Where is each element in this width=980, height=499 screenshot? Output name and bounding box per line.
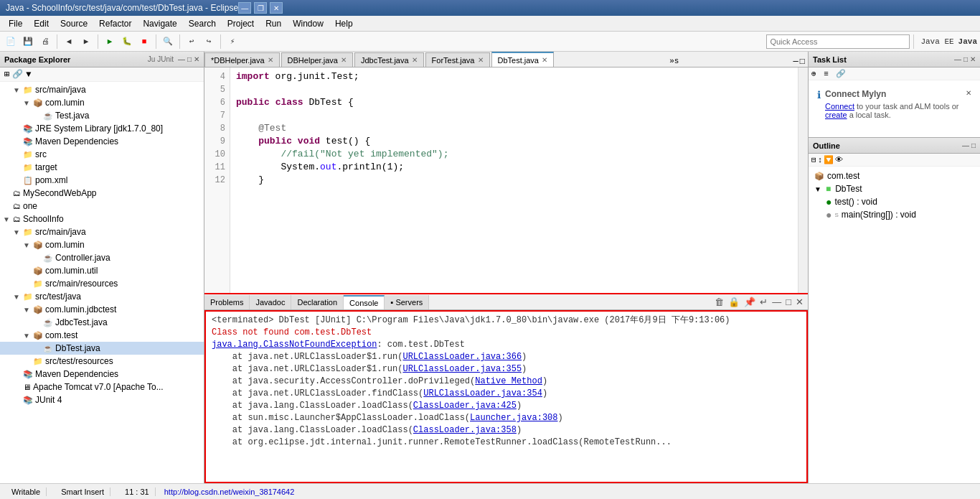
console-clear-btn[interactable]: 🗑 <box>713 297 725 307</box>
console-tab-problems[interactable]: Problems <box>204 295 250 309</box>
tb-undo[interactable]: ↩ <box>184 34 199 50</box>
perspective-javaee[interactable]: Java EE <box>920 37 953 46</box>
editor-scrollbar[interactable] <box>798 67 808 293</box>
tree-item[interactable]: 📚JUnit 4 <box>0 393 204 406</box>
menu-run[interactable]: Run <box>260 17 287 30</box>
task-maximize-btn[interactable]: □ <box>963 55 968 63</box>
tb-print[interactable]: 🖨 <box>37 34 53 50</box>
editor-max-btn[interactable]: □ <box>800 57 805 67</box>
code-content[interactable]: import org.junit.Test; public class DbTe… <box>230 67 454 293</box>
tree-item[interactable]: ▼🗂SchoolInfo <box>0 213 204 225</box>
menu-navigate[interactable]: Navigate <box>137 17 182 30</box>
outline-item-method-main[interactable]: ● S main(String[]) : void <box>811 208 977 221</box>
console-close-btn[interactable]: ✕ <box>794 297 805 307</box>
menu-file[interactable]: File <box>3 17 28 30</box>
outline-item-class[interactable]: ▼ ■ DbTest <box>811 182 977 195</box>
tree-item[interactable]: 📦com.lumin.util <box>0 264 204 277</box>
tree-item[interactable]: ▼📦com.lumin.jdbctest <box>0 303 204 316</box>
quick-access-input[interactable] <box>766 34 910 49</box>
task-cat-btn[interactable]: ≡ <box>824 70 829 78</box>
tree-item[interactable]: ☕DbTest.java <box>0 342 204 355</box>
outline-collapse-btn[interactable]: ⊟ <box>811 155 816 164</box>
tab-close-icon[interactable]: ✕ <box>341 56 347 64</box>
console-tab-javadoc[interactable]: Javadoc <box>250 295 291 309</box>
close-panel-btn[interactable]: ✕ <box>194 55 199 63</box>
collapse-all-btn[interactable]: ⊞ <box>4 69 9 80</box>
url-class-loader-link-2[interactable]: URLClassLoader.java:355 <box>402 364 522 374</box>
tab-dbtest-active[interactable]: DbTest.java ✕ <box>491 52 554 67</box>
tb-stop[interactable]: ■ <box>136 34 152 50</box>
tab-fortest[interactable]: ForTest.java ✕ <box>425 52 490 67</box>
outline-hide-btn[interactable]: 👁 <box>835 155 843 164</box>
tb-save[interactable]: 💾 <box>20 34 36 50</box>
tree-item[interactable]: ▼📁src/main/java <box>0 83 204 96</box>
url-class-loader-link-1[interactable]: URLClassLoader.java:366 <box>402 352 522 362</box>
menu-window[interactable]: Window <box>287 17 329 30</box>
classnotfound-link[interactable]: java.lang.ClassNotFoundException <box>212 340 377 350</box>
console-scroll-lock-btn[interactable]: 🔒 <box>727 297 741 307</box>
code-editor[interactable]: 456789101112 import org.junit.Test; publ… <box>204 67 808 293</box>
tree-item[interactable]: ▼📦com.test <box>0 329 204 342</box>
connect-link[interactable]: Connect <box>825 102 854 111</box>
outline-filter-btn[interactable]: 🔽 <box>824 155 834 164</box>
mylyn-close-btn[interactable]: ✕ <box>966 89 971 97</box>
tb-redo[interactable]: ↪ <box>201 34 217 50</box>
console-min-btn[interactable]: — <box>771 297 783 307</box>
close-button[interactable]: ✕ <box>270 2 283 14</box>
menu-edit[interactable]: Edit <box>28 17 55 30</box>
outline-item-method-test[interactable]: ● test() : void <box>811 195 977 208</box>
tab-dbhelper-modified[interactable]: *DBHelper.java ✕ <box>204 52 280 67</box>
tab-close-icon[interactable]: ✕ <box>268 56 273 64</box>
tree-view-menu-btn[interactable]: ▼ <box>26 70 31 80</box>
tb-new[interactable]: 📄 <box>3 34 19 50</box>
console-max-btn[interactable]: □ <box>784 297 793 307</box>
tree-item[interactable]: ☕Controller.java <box>0 251 204 264</box>
tb-search2[interactable]: 🔍 <box>160 34 176 50</box>
tree-item[interactable]: ▼📁src/test/java <box>0 290 204 303</box>
tree-item[interactable]: 🗂MySecondWebApp <box>0 187 204 200</box>
tab-close-icon[interactable]: ✕ <box>412 56 418 64</box>
tree-item[interactable]: ▼📁src/main/java <box>0 225 204 238</box>
tab-dbhelper[interactable]: DBHelper.java ✕ <box>281 52 353 67</box>
tab-close-icon[interactable]: ✕ <box>542 56 547 64</box>
outline-item-package[interactable]: 📦 com.test <box>811 169 977 182</box>
tb-next-annotation[interactable]: ⚡ <box>225 34 240 50</box>
editor-min-btn[interactable]: — <box>793 57 798 67</box>
minimize-panel-btn[interactable]: — <box>178 55 185 63</box>
outline-maximize-btn[interactable]: □ <box>971 141 976 149</box>
tb-forward[interactable]: ▶ <box>78 34 94 50</box>
task-link-btn[interactable]: 🔗 <box>836 70 846 78</box>
tree-item[interactable]: ▼📦com.lumin <box>0 238 204 251</box>
menu-refactor[interactable]: Refactor <box>93 17 137 30</box>
menu-help[interactable]: Help <box>329 17 359 30</box>
tree-item[interactable]: 📚Maven Dependencies <box>0 368 204 381</box>
tree-item[interactable]: 📚JRE System Library [jdk1.7.0_80] <box>0 122 204 135</box>
menu-search[interactable]: Search <box>183 17 222 30</box>
class-loader-link-1[interactable]: ClassLoader.java:425 <box>413 401 517 411</box>
class-loader-link-2[interactable]: ClassLoader.java:358 <box>413 425 517 435</box>
launcher-link[interactable]: Launcher.java:308 <box>470 413 557 423</box>
tb-debug[interactable]: 🐛 <box>119 34 135 50</box>
console-tab-console[interactable]: Console <box>344 295 385 309</box>
tree-item[interactable]: 📋pom.xml <box>0 174 204 187</box>
tree-item[interactable]: 📁src/test/resources <box>0 355 204 368</box>
tree-item[interactable]: ☕JdbcTest.java <box>0 316 204 329</box>
console-tab-declaration[interactable]: Declaration <box>291 295 344 309</box>
tree-item[interactable]: ☕Test.java <box>0 109 204 122</box>
tree-item[interactable]: ▼📦com.lumin <box>0 96 204 109</box>
tb-back[interactable]: ◀ <box>61 34 77 50</box>
outline-sort-btn[interactable]: ↕ <box>818 156 823 164</box>
maximize-button[interactable]: ❐ <box>254 2 267 14</box>
console-pin-btn[interactable]: 📌 <box>743 297 757 307</box>
menu-project[interactable]: Project <box>222 17 260 30</box>
minimize-button[interactable]: — <box>238 2 251 14</box>
tree-item[interactable]: 🖥Apache Tomcat v7.0 [Apache To... <box>0 381 204 393</box>
outline-minimize-btn[interactable]: — <box>962 141 969 149</box>
tab-jdbctest[interactable]: JdbcTest.java ✕ <box>354 52 424 67</box>
tree-item[interactable]: 📚Maven Dependencies <box>0 135 204 148</box>
task-close-btn[interactable]: ✕ <box>970 55 976 63</box>
tab-close-icon[interactable]: ✕ <box>478 56 484 64</box>
task-minimize-btn[interactable]: — <box>954 55 961 63</box>
create-link[interactable]: create <box>825 111 847 119</box>
perspective-java[interactable]: Java <box>958 37 977 46</box>
